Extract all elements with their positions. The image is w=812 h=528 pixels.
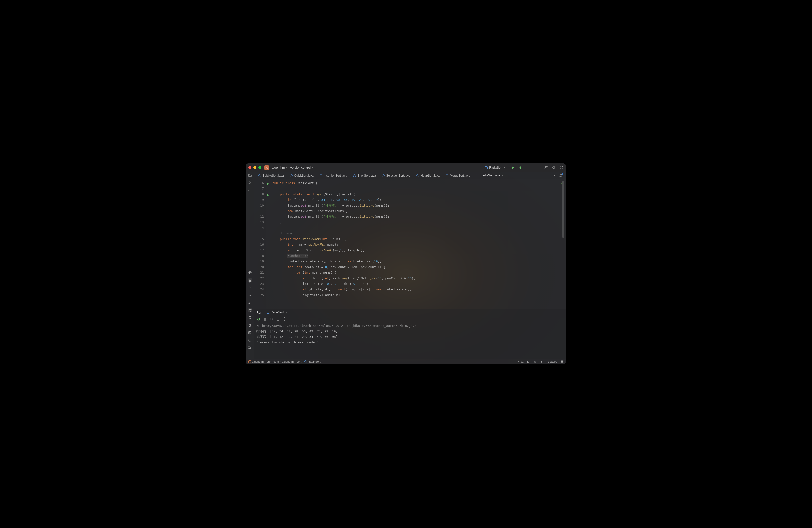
project-tool-button[interactable] <box>248 174 252 177</box>
search-button[interactable] <box>552 166 556 170</box>
print-button[interactable] <box>248 316 252 320</box>
code-line[interactable]: } <box>273 220 559 225</box>
code-line[interactable]: digits[idx].add(num); <box>273 293 559 298</box>
problems-button[interactable] <box>248 338 252 342</box>
down-arrow-button[interactable] <box>248 293 252 297</box>
usage-hint[interactable]: 1 usage <box>273 231 559 236</box>
code-line[interactable]: System.out.println("排序后: " + Arrays.toSt… <box>273 214 559 220</box>
code-line[interactable]: public static void main(String[] args) { <box>273 192 559 197</box>
run-console[interactable]: /Library/Java/JavaVirtualMachines/zulu8.… <box>255 322 566 359</box>
code-line[interactable]: public void radixSort(int[] nums) { <box>273 236 559 242</box>
rerun-button[interactable] <box>257 317 261 321</box>
code-line[interactable]: int[] mm = getMaxMin(nums); <box>273 242 559 248</box>
code-line[interactable]: int idx = (int) Math.abs(num / Math.pow(… <box>273 276 559 281</box>
line-number[interactable]: 18 <box>255 253 266 259</box>
version-control-dropdown[interactable]: Version control ▾ <box>290 166 313 170</box>
tab-options-button[interactable]: ⋮ <box>552 174 556 178</box>
line-number[interactable]: 25 <box>255 293 266 298</box>
indent-setting[interactable]: 4 spaces <box>546 360 557 363</box>
line-separator[interactable]: LF <box>527 360 531 363</box>
line-number[interactable]: 11 <box>255 208 266 214</box>
line-number[interactable]: 9 <box>255 197 266 203</box>
gutter-run-icon[interactable] <box>267 193 270 198</box>
run-config-tab[interactable]: RadixSort × <box>265 309 289 316</box>
code-with-me-button[interactable] <box>545 166 549 170</box>
stop-button[interactable] <box>263 317 267 321</box>
breadcrumb-segment[interactable]: sort <box>297 360 302 363</box>
code-line[interactable] <box>273 186 559 191</box>
run-config-dropdown[interactable]: RadixSort ▾ <box>483 165 508 171</box>
code-line[interactable]: for (int num : nums) { <box>273 270 559 276</box>
code-line[interactable]: if (digits[idx] == null) digits[idx] = n… <box>273 287 559 292</box>
breadcrumb-segment[interactable]: RadixSort <box>308 360 321 363</box>
line-number[interactable]: 8 <box>255 192 266 197</box>
terminal-button[interactable] <box>248 331 252 335</box>
scroll-to-end-button[interactable] <box>248 308 252 312</box>
editor-scrollbar[interactable] <box>563 181 564 308</box>
code-line[interactable]: System.out.println("排序前: " + Arrays.toSt… <box>273 203 559 208</box>
code-line[interactable]: public class RadixSort { <box>273 180 559 186</box>
editor-tab[interactable]: SelectionSort.java <box>379 172 413 179</box>
editor-tab[interactable]: BubbleSort.java <box>256 172 287 179</box>
breadcrumb[interactable]: algorithm›src›com›algorithm›sort›RadixSo… <box>248 360 321 363</box>
editor-pane[interactable]: 678910111213141516171819202122232425 pub… <box>255 179 566 309</box>
line-number[interactable]: 23 <box>255 281 266 287</box>
file-encoding[interactable]: UTF-8 <box>534 360 542 363</box>
notifications-button[interactable] <box>559 174 563 178</box>
vcs-button[interactable] <box>248 346 252 350</box>
line-number[interactable]: 17 <box>255 248 266 253</box>
code-line[interactable]: int[] nums = {12, 34, 11, 98, 56, 49, 21… <box>273 197 559 203</box>
breadcrumb-segment[interactable]: algorithm <box>282 360 294 363</box>
cursor-position[interactable]: 44:1 <box>518 360 524 363</box>
line-number[interactable]: 22 <box>255 276 266 281</box>
run-more-button[interactable]: ⋮ <box>282 317 287 321</box>
code-line[interactable]: idx = num >= 0 ? 9 + idx : 9 - idx; <box>273 281 559 287</box>
code-area[interactable]: public class RadixSort { public static v… <box>266 179 559 309</box>
line-number[interactable]: 15 <box>255 236 266 242</box>
line-number[interactable]: 12 <box>255 214 266 220</box>
run-button[interactable] <box>511 166 515 170</box>
code-line[interactable]: /unchecked/ <box>273 253 559 259</box>
line-number[interactable]: 24 <box>255 287 266 292</box>
up-arrow-button[interactable] <box>248 286 252 290</box>
more-actions-button[interactable]: ⋮ <box>526 166 530 170</box>
breadcrumb-segment[interactable]: com <box>274 360 279 363</box>
editor-tab[interactable]: HeapSort.java <box>414 172 442 179</box>
line-number[interactable]: 21 <box>255 270 266 276</box>
breadcrumb-segment[interactable]: algorithm <box>252 360 264 363</box>
more-tools-button[interactable]: ⋯ <box>248 189 252 192</box>
line-number[interactable]: 7 <box>255 186 266 191</box>
breadcrumb-segment[interactable]: src <box>267 360 271 363</box>
settings-button[interactable] <box>560 166 564 170</box>
close-icon[interactable]: × <box>502 174 503 177</box>
code-line[interactable]: new RadixSort().radixSort(nums); <box>273 208 559 214</box>
project-dropdown[interactable]: algorithm ▾ <box>272 166 287 170</box>
editor-tab[interactable]: InsertionSort.java <box>317 172 350 179</box>
structure-tool-button[interactable] <box>248 181 252 185</box>
exit-button[interactable] <box>270 317 274 321</box>
line-number[interactable]: 6 <box>255 180 266 186</box>
readonly-lock-icon[interactable] <box>561 360 564 364</box>
code-line[interactable]: int len = String.valueOf(mm[1]).length()… <box>273 248 559 253</box>
soft-wrap-button[interactable] <box>248 301 252 305</box>
line-number[interactable]: 13 <box>255 220 266 225</box>
code-line[interactable] <box>273 225 559 231</box>
scrollbar-thumb[interactable] <box>563 181 564 238</box>
close-icon[interactable]: × <box>286 311 287 314</box>
line-number[interactable]: 14 <box>255 225 266 231</box>
code-line[interactable]: LinkedList<Integer>[] digits = new Linke… <box>273 259 559 264</box>
line-number[interactable]: 20 <box>255 264 266 270</box>
editor-tab[interactable]: RadixSort.java× <box>474 172 506 179</box>
gutter-run-icon[interactable] <box>267 181 270 187</box>
run-tool-button[interactable] <box>248 279 252 282</box>
project-badge[interactable]: A <box>264 165 269 170</box>
line-number[interactable]: 19 <box>255 259 266 264</box>
line-number[interactable]: 10 <box>255 203 266 208</box>
editor-tab[interactable]: ShellSort.java <box>351 172 378 179</box>
editor-tab[interactable]: MergeSort.java <box>443 172 473 179</box>
line-number[interactable]: 16 <box>255 242 266 248</box>
debug-button[interactable] <box>519 166 522 170</box>
minimize-window-button[interactable] <box>253 166 257 169</box>
delete-button[interactable] <box>248 323 252 327</box>
editor-tab[interactable]: QuickSort.java <box>288 172 316 179</box>
